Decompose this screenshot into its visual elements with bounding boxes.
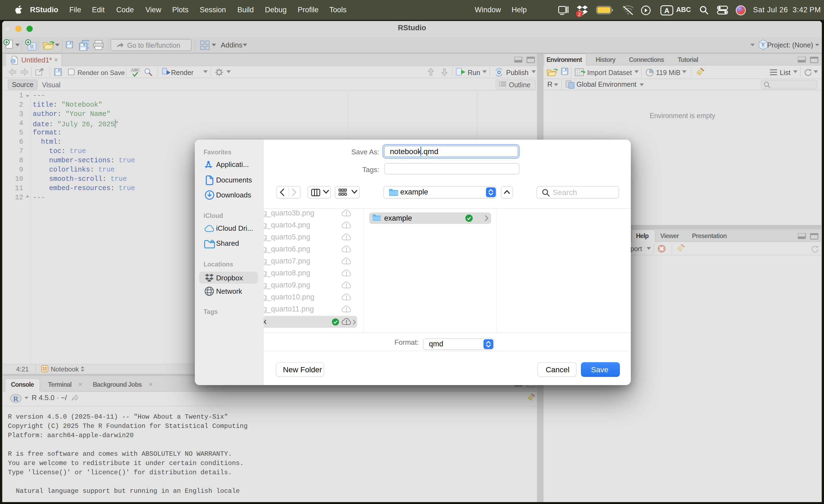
svg-text:R: R xyxy=(761,41,765,47)
svg-text:R: R xyxy=(30,43,34,50)
svg-text:2: 2 xyxy=(578,12,581,17)
svg-text:ABC: ABC xyxy=(131,68,140,73)
svg-text:R: R xyxy=(13,395,18,403)
svg-text:A: A xyxy=(664,7,670,15)
